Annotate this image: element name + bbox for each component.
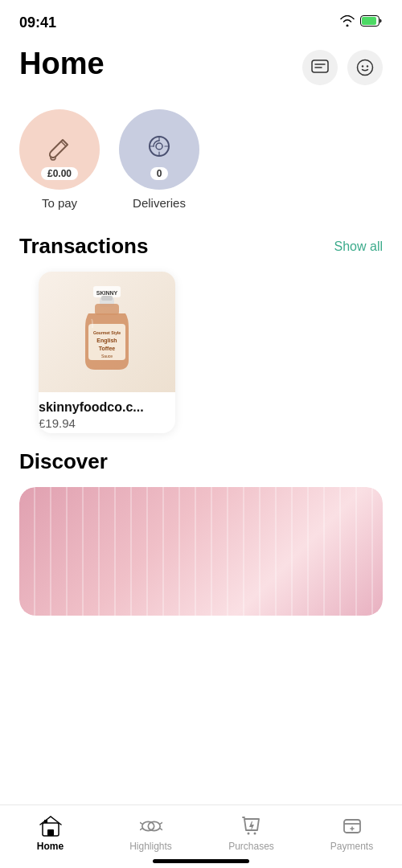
transactions-section: Transactions Show all SKINNY: [0, 226, 402, 433]
discover-visual: [19, 487, 383, 616]
nav-label-payments: Payments: [330, 841, 373, 852]
battery-icon: [360, 15, 383, 30]
svg-rect-1: [362, 17, 376, 25]
svg-text:Sauce: Sauce: [101, 354, 113, 358]
nav-item-highlights[interactable]: Highlights: [100, 815, 201, 852]
svg-rect-12: [95, 304, 119, 315]
smiley-icon: [356, 59, 374, 76]
deliveries-card[interactable]: 0 Deliveries: [119, 109, 199, 210]
svg-text:Gourmet Style: Gourmet Style: [93, 330, 121, 335]
header: Home: [0, 40, 402, 101]
transaction-name: skinnyfoodco.c...: [39, 400, 175, 415]
discover-section: Discover: [0, 433, 402, 616]
svg-point-5: [367, 65, 368, 67]
deliveries-circle: 0: [119, 109, 199, 190]
header-actions: [302, 50, 383, 85]
transaction-amount: £19.94: [39, 416, 175, 430]
brush-icon: [43, 133, 76, 166]
profile-button[interactable]: [347, 50, 383, 85]
deliveries-label: Deliveries: [133, 196, 186, 210]
svg-text:English: English: [96, 338, 117, 344]
nav-item-home[interactable]: Home: [0, 815, 100, 852]
payments-icon: [341, 815, 363, 837]
svg-rect-2: [312, 60, 328, 72]
home-icon: [39, 815, 62, 837]
svg-point-28: [253, 833, 256, 835]
notification-button[interactable]: [302, 50, 338, 85]
status-icons: [339, 15, 383, 30]
show-all-button[interactable]: Show all: [334, 240, 383, 254]
svg-point-27: [247, 833, 249, 835]
svg-point-3: [358, 60, 373, 76]
delivery-icon: [142, 133, 177, 166]
svg-line-23: [140, 822, 142, 824]
transactions-header: Transactions Show all: [0, 226, 402, 272]
transaction-details: skinnyfoodco.c... £19.94: [39, 392, 175, 433]
nav-label-purchases: Purchases: [228, 841, 274, 852]
deliveries-count: 0: [150, 167, 169, 180]
svg-line-25: [160, 822, 162, 824]
message-icon: [311, 59, 329, 76]
status-time: 09:41: [19, 14, 56, 31]
discover-card[interactable]: [19, 487, 383, 616]
svg-rect-11: [101, 296, 113, 301]
topay-card[interactable]: £0.00 To pay: [19, 109, 100, 210]
nav-label-home: Home: [37, 841, 64, 852]
page-title: Home: [19, 47, 105, 81]
svg-line-24: [140, 829, 142, 830]
status-bar: 09:41: [0, 0, 402, 40]
product-image: SKINNY Gourmet Style English Toffee Sauc…: [71, 280, 143, 384]
purchases-icon: [240, 815, 263, 837]
topay-circle: £0.00: [19, 109, 100, 190]
topay-amount: £0.00: [41, 167, 78, 180]
transactions-list: SKINNY Gourmet Style English Toffee Sauc…: [0, 272, 402, 433]
svg-text:SKINNY: SKINNY: [96, 290, 118, 296]
wifi-icon: [339, 15, 355, 30]
nav-item-payments[interactable]: Payments: [302, 815, 402, 852]
svg-point-4: [362, 65, 363, 67]
transactions-title: Transactions: [19, 234, 148, 259]
highlights-icon: [140, 815, 162, 837]
svg-rect-20: [44, 820, 47, 823]
nav-label-highlights: Highlights: [129, 841, 172, 852]
summary-section: £0.00 To pay 0 Deliveries: [0, 101, 402, 226]
svg-text:Toffee: Toffee: [99, 346, 116, 351]
svg-line-26: [160, 829, 162, 830]
discover-title: Discover: [19, 449, 383, 474]
table-row[interactable]: SKINNY Gourmet Style English Toffee Sauc…: [39, 272, 175, 433]
topay-label: To pay: [42, 196, 77, 210]
nav-item-purchases[interactable]: Purchases: [201, 815, 302, 852]
svg-rect-19: [47, 829, 54, 836]
home-indicator: [153, 859, 249, 863]
transaction-image: SKINNY Gourmet Style English Toffee Sauc…: [39, 272, 175, 392]
svg-point-7: [156, 143, 162, 149]
